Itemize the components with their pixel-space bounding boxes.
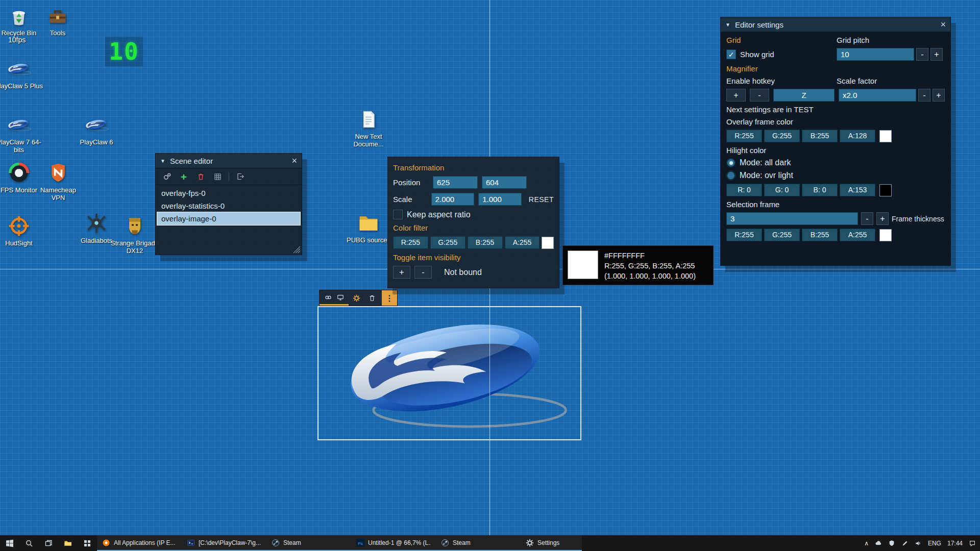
desktop-icon-playclaw5[interactable]: PlayClaw 5 Plus [0,57,43,90]
blue-value-button[interactable]: B:255 [468,236,503,249]
grid-pitch-increase-button[interactable]: + [930,48,943,61]
red-value-button[interactable]: R:255 [726,229,762,241]
alpha-value-button[interactable]: A:153 [840,184,875,196]
grid-pitch-label: Grid pitch [837,36,945,44]
editor-settings-titlebar[interactable]: ▼ Editor settings × [721,17,950,32]
taskbar-app-ip-scanner[interactable]: All Applications (IP E... [97,535,182,551]
taskbar-app-steam-2[interactable]: Steam [436,535,521,551]
scale-x-field[interactable]: 2.000 [431,193,475,206]
toolbox-icon [46,4,69,28]
desktop-icon-new-text-document[interactable]: New Text Docume... [344,108,393,148]
hex-value: #FFFFFFFF [604,251,696,261]
close-icon[interactable]: × [291,156,297,165]
item-settings-button[interactable] [349,290,364,306]
cloud-icon[interactable] [875,540,882,547]
frame-thickness-field[interactable]: 3 [726,212,858,225]
magnifier-hotkey-add-button[interactable]: + [726,89,746,102]
desktop-icon-tools[interactable]: Tools [33,4,82,37]
desktop-icon-hudsight[interactable]: HudSight [0,214,43,247]
hotkey-remove-button[interactable]: - [414,266,432,279]
selection-frame-color-swatch[interactable] [879,229,892,241]
export-scene-button[interactable] [235,171,246,182]
security-shield-icon[interactable] [888,540,895,547]
desktop-icon-namecheap-vpn[interactable]: Namecheap VPN [34,161,83,202]
pen-icon[interactable] [901,540,909,547]
show-grid-checkbox[interactable]: ✓ [726,49,736,59]
bind-mode-buttons[interactable] [320,290,349,306]
item-delete-button[interactable] [364,290,380,306]
reset-button[interactable]: RESET [529,195,554,204]
scene-editor-titlebar[interactable]: ▼ Scene editor × [156,154,302,168]
red-value-button[interactable]: R:255 [393,236,428,249]
icon-label: HudSight [5,239,32,247]
pinned-app-button[interactable] [78,535,97,551]
position-y-field[interactable]: 604 [482,176,527,189]
item-more-button[interactable]: ⋮ [382,290,397,306]
mode-ovr-light-radio[interactable] [726,171,736,180]
scene-settings-button[interactable] [161,171,173,182]
color-swatch[interactable] [542,237,554,249]
taskbar-app-steam-1[interactable]: Steam [266,535,351,551]
keep-aspect-checkbox[interactable] [393,210,403,219]
taskbar-app-photoshop[interactable]: Ps Untitled-1 @ 66,7% (L... [351,535,436,551]
file-explorer-button[interactable] [58,535,78,551]
blue-value-button[interactable]: B:255 [802,229,838,241]
action-center-icon[interactable] [969,540,976,547]
search-button[interactable] [19,535,39,551]
desktop-icon-strange-brigade[interactable]: Strange Brigade DX12 [110,214,159,255]
desktop-icon-playclaw6[interactable]: PlayClaw 6 [72,113,121,146]
overlay-image-selection-frame[interactable] [317,306,581,440]
alpha-value-button[interactable]: A:255 [505,236,540,249]
list-item[interactable]: overlay-statistics-0 [156,199,302,212]
grid-pitch-field[interactable]: 10 [837,48,914,61]
float-value: (1.000, 1.000, 1.000, 1.000) [604,271,696,281]
overlay-frame-color-swatch[interactable] [879,130,892,142]
alpha-value-button[interactable]: A:128 [840,130,875,142]
scale-factor-decrease-button[interactable]: - [918,89,930,102]
delete-item-button[interactable] [195,171,206,182]
tray-expand-button[interactable]: ∧ [864,540,869,547]
add-item-button[interactable]: + [178,171,189,182]
red-value-button[interactable]: R:255 [726,130,762,142]
language-indicator[interactable]: ENG [928,540,941,547]
green-value-button[interactable]: G:255 [764,130,800,142]
green-value-button[interactable]: G:255 [764,229,800,241]
taskbar-app-label: All Applications (IP E... [114,539,176,546]
green-value-button[interactable]: G:255 [430,236,465,249]
taskbar-app-settings[interactable]: Settings [521,535,582,551]
task-view-button[interactable] [39,535,58,551]
taskbar-app-console[interactable]: [C:\dev\PlayClaw-7\g... [182,535,266,551]
list-item-selected[interactable]: overlay-image-0 [157,212,300,225]
grid-snap-button[interactable] [212,171,223,182]
speaker-icon[interactable] [915,540,922,547]
position-x-field[interactable]: 625 [433,176,478,189]
blue-value-button[interactable]: B: 0 [802,184,838,196]
test-note: Next settings are in TEST [726,105,945,114]
hotkey-add-button[interactable]: + [393,266,410,279]
resize-grip[interactable] [293,246,301,254]
start-button[interactable] [0,535,19,551]
scale-factor-field[interactable]: x2.0 [839,89,916,102]
blue-value-button[interactable]: B:255 [802,130,838,142]
magnifier-hotkey-field[interactable]: Z [773,89,835,102]
scale-factor-increase-button[interactable]: + [933,89,945,102]
grid-pitch-decrease-button[interactable]: - [916,48,928,61]
desktop-icon-playclaw7[interactable]: PlayClaw 7 64-bits [0,113,43,154]
collapse-icon[interactable]: ▼ [725,22,730,28]
scene-editor-panel: ▼ Scene editor × + [155,153,302,255]
mode-all-dark-radio[interactable] [726,158,736,167]
collapse-icon[interactable]: ▼ [160,158,165,164]
frame-thickness-decrease-button[interactable]: - [861,212,873,225]
clock[interactable]: 17:44 [947,540,963,547]
red-value-button[interactable]: R: 0 [726,184,762,196]
list-item[interactable]: overlay-fps-0 [156,187,302,199]
grid-icon [214,173,222,181]
alpha-value-button[interactable]: A:255 [840,229,875,241]
magnifier-hotkey-remove-button[interactable]: - [750,89,769,102]
hilight-color-swatch[interactable] [879,184,892,196]
frame-thickness-increase-button[interactable]: + [876,212,889,225]
scale-y-field[interactable]: 1.000 [478,193,522,206]
green-value-button[interactable]: G: 0 [764,184,800,196]
close-icon[interactable]: × [940,20,946,29]
desktop-icon-pubg-sources[interactable]: PUBG sources [344,211,393,244]
